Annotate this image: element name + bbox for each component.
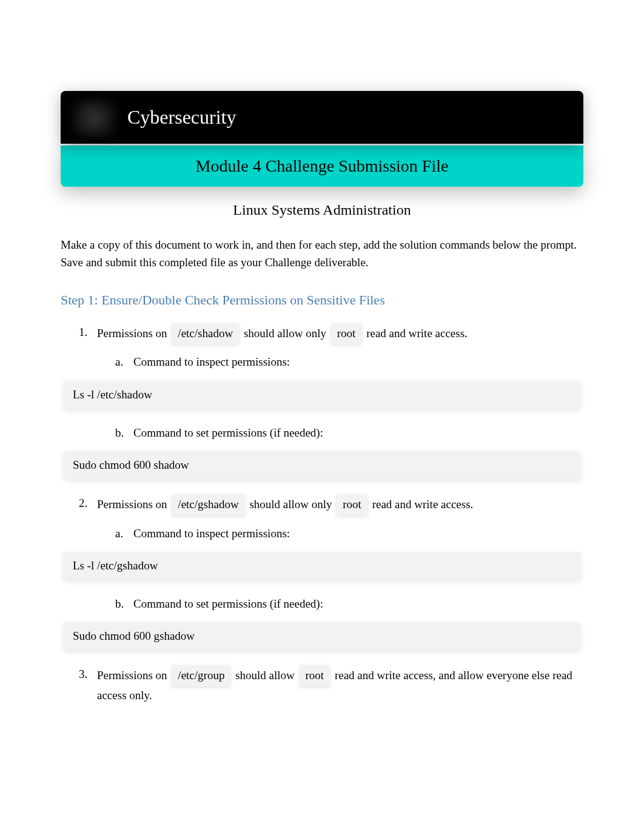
item-content: Permissions on /etc/group should allow r… [97,665,583,705]
header-title: Cybersecurity [127,106,236,128]
sub-item-2a: a. Command to inspect permissions: [115,525,583,543]
sub-item-1b: b. Command to set permissions (if needed… [115,424,583,442]
item-content: Permissions on /etc/shadow should allow … [97,323,583,344]
answer-block-1b: Sudo chmod 600 shadow [64,451,580,479]
item-letter: a. [115,353,133,371]
sub-item-text: Command to set permissions (if needed): [133,595,583,613]
code-user: root [337,494,367,515]
item-letter: b. [115,424,133,442]
sub-item-text: Command to inspect permissions: [133,353,583,371]
code-path: /etc/gshadow [172,494,244,515]
answer-block-2a: Ls -l /etc/gshadow [64,552,580,580]
code-path: /etc/shadow [172,323,239,344]
sub-item-text: Command to set permissions (if needed): [133,424,583,442]
item-number: 1. [79,323,97,344]
header-subtitle-bar: Module 4 Challenge Submission File [196,156,449,175]
step1-heading: Step 1: Ensure/Double Check Permissions … [61,292,583,308]
item-number: 2. [79,494,97,515]
item-content: Permissions on /etc/gshadow should allow… [97,494,583,515]
answer-block-1a: Ls -l /etc/shadow [64,381,580,409]
document-subtitle: Linux Systems Administration [61,202,583,218]
intro-paragraph: Make a copy of this document to work in,… [61,236,583,271]
sub-item-2b: b. Command to set permissions (if needed… [115,595,583,613]
logo-icon [73,100,115,136]
list-item-3: 3. Permissions on /etc/group should allo… [79,665,583,705]
list-item-2: 2. Permissions on /etc/gshadow should al… [79,494,583,515]
answer-block-2b: Sudo chmod 600 gshadow [64,622,580,650]
item-number: 3. [79,665,97,705]
document-header: Cybersecurity Module 4 Challenge Submiss… [61,91,583,187]
header-green-bar: Module 4 Challenge Submission File [61,146,583,187]
code-user: root [331,323,362,344]
code-user: root [300,665,330,686]
item-letter: a. [115,525,133,543]
header-black-bar: Cybersecurity [61,91,583,144]
sub-item-text: Command to inspect permissions: [133,525,583,543]
item-letter: b. [115,595,133,613]
code-path: /etc/group [172,665,230,686]
list-item-1: 1. Permissions on /etc/shadow should all… [79,323,583,344]
sub-item-1a: a. Command to inspect permissions: [115,353,583,371]
